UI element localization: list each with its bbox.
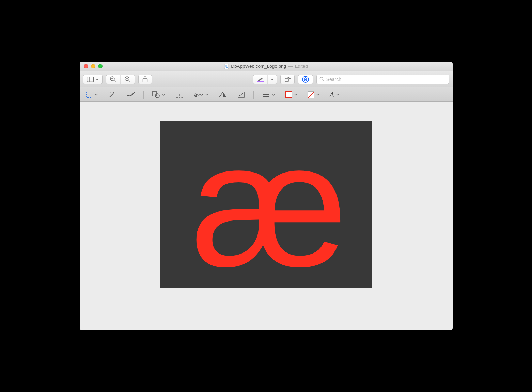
svg-rect-1 [226, 67, 228, 68]
svg-point-17 [320, 77, 323, 80]
search-icon [319, 77, 324, 82]
search-field[interactable] [316, 75, 449, 84]
magic-wand-icon [108, 91, 116, 98]
rotate-button[interactable] [280, 75, 295, 84]
fill-color-swatch [308, 91, 314, 98]
title-separator: — [288, 64, 293, 69]
markup-toolbar: T [80, 87, 453, 102]
file-icon [224, 64, 229, 69]
svg-point-16 [305, 79, 306, 80]
close-window-button[interactable] [84, 64, 88, 68]
window-controls [80, 64, 103, 68]
selection-icon [86, 91, 93, 98]
svg-rect-23 [176, 92, 183, 97]
svg-point-4 [110, 77, 114, 81]
border-color-swatch [285, 91, 292, 98]
zoom-group [106, 75, 135, 84]
filename: DbAppWeb.com_Logo.png [231, 64, 286, 69]
highlighter-icon [257, 77, 264, 82]
svg-rect-13 [257, 81, 264, 82]
markup-button[interactable] [253, 75, 267, 84]
svg-line-18 [323, 80, 324, 81]
fill-color-button[interactable] [305, 89, 322, 100]
shapes-icon [152, 91, 160, 98]
markup-toggle-group [253, 75, 277, 84]
svg-point-7 [125, 77, 129, 81]
annotate-button[interactable] [298, 75, 313, 84]
zoom-in-button[interactable] [121, 75, 135, 84]
svg-rect-11 [143, 78, 147, 82]
main-toolbar [80, 71, 453, 87]
instant-alpha-button[interactable] [105, 89, 119, 100]
resize-icon [237, 91, 245, 98]
signature-icon [194, 92, 203, 98]
app-window: DbAppWeb.com_Logo.png — Edited [80, 62, 453, 330]
chevron-down-icon [95, 94, 98, 96]
window-title: DbAppWeb.com_Logo.png — Edited [80, 64, 453, 69]
sketch-icon [126, 92, 135, 98]
svg-rect-2 [87, 77, 93, 82]
text-style-button[interactable]: A [327, 89, 342, 100]
sidebar-toggle-button[interactable] [83, 75, 103, 84]
svg-rect-19 [87, 92, 92, 97]
chevron-down-icon [336, 94, 339, 96]
chevron-down-icon [271, 78, 274, 80]
separator [253, 91, 254, 99]
svg-line-20 [110, 93, 113, 97]
chevron-down-icon [205, 94, 208, 96]
svg-line-10 [129, 80, 130, 82]
adjust-size-button[interactable] [234, 89, 248, 100]
border-color-button[interactable] [283, 89, 300, 100]
zoom-window-button[interactable] [98, 64, 103, 68]
svg-point-22 [155, 94, 159, 98]
markup-menu-button[interactable] [268, 75, 277, 84]
document-state: Edited [295, 64, 308, 69]
canvas[interactable]: æ [80, 102, 453, 330]
adjust-icon [219, 92, 227, 98]
selection-tool-button[interactable] [83, 89, 100, 100]
text-tool-button[interactable]: T [173, 89, 186, 100]
line-weight-icon [262, 92, 270, 97]
minimize-window-button[interactable] [91, 64, 95, 68]
sketch-tool-button[interactable] [124, 89, 138, 100]
search-input[interactable] [326, 77, 446, 82]
svg-rect-21 [152, 92, 157, 96]
svg-text:T: T [178, 92, 181, 97]
svg-point-15 [302, 76, 309, 82]
svg-rect-25 [238, 92, 244, 97]
svg-line-6 [114, 80, 116, 82]
share-button[interactable] [138, 75, 152, 84]
text-box-icon: T [176, 91, 183, 98]
zoom-out-icon [110, 76, 116, 83]
separator [143, 91, 144, 99]
pen-tip-icon [302, 76, 309, 83]
share-icon [142, 76, 148, 83]
chevron-down-icon [272, 94, 275, 96]
image-content[interactable]: æ [160, 121, 372, 288]
shapes-button[interactable] [149, 89, 168, 100]
chevron-down-icon [96, 78, 99, 80]
adjust-color-button[interactable] [216, 89, 230, 100]
zoom-in-icon [124, 76, 131, 83]
zoom-out-button[interactable] [106, 75, 120, 84]
sidebar-icon [87, 77, 94, 82]
chevron-down-icon [316, 94, 319, 96]
chevron-down-icon [162, 94, 165, 96]
titlebar: DbAppWeb.com_Logo.png — Edited [80, 62, 453, 71]
line-style-button[interactable] [259, 89, 278, 100]
signature-button[interactable] [191, 89, 211, 100]
logo-glyph: æ [191, 147, 341, 262]
chevron-down-icon [294, 94, 297, 96]
svg-rect-0 [224, 64, 229, 69]
rotate-icon [284, 76, 291, 83]
svg-rect-14 [285, 78, 288, 82]
text-style-glyph: A [330, 91, 334, 98]
